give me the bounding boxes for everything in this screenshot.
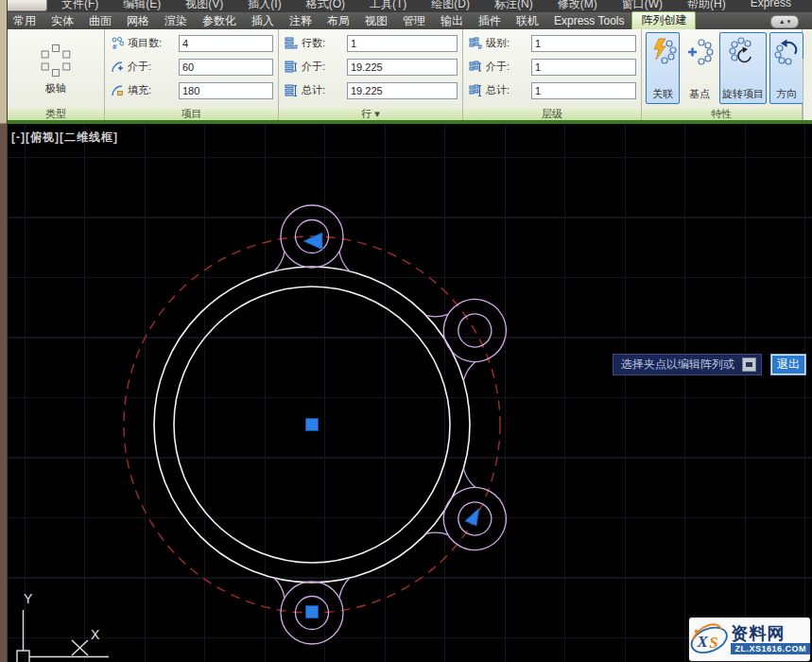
menu-insert[interactable]: 插入(I) — [235, 0, 293, 12]
tab-online[interactable]: 联机 — [509, 13, 546, 29]
panel-type: 极轴 类型 — [8, 29, 105, 120]
level-count-input[interactable] — [531, 35, 636, 52]
panel-properties-label[interactable]: 特性 — [642, 107, 802, 120]
rotate-items-label: 旋转项目 — [722, 87, 764, 101]
item-count-label: 项目数: — [128, 36, 175, 50]
tab-mesh[interactable]: 网格 — [119, 13, 157, 29]
level-between-label: 介于: — [486, 60, 527, 74]
row-count-row: # 行数: — [279, 31, 462, 55]
panel-levels-label[interactable]: 层级 — [463, 107, 641, 120]
tab-array-creation-active[interactable]: 阵列创建 — [631, 11, 696, 29]
level-count-label: 级别: — [486, 36, 527, 50]
svg-text:#: # — [478, 43, 483, 50]
base-point-icon — [685, 37, 714, 65]
rotate-items-button[interactable]: 旋转项目 — [719, 32, 767, 104]
items-count-row: # 项目数: — [105, 31, 278, 55]
watermark-site-url: ZL.XS1616.COM — [731, 643, 810, 654]
angle-fill-icon — [111, 84, 124, 97]
tab-express-tools[interactable]: Express Tools — [546, 13, 631, 29]
menu-draw[interactable]: 绘图(D) — [419, 0, 482, 12]
grip-lower-right-item-arrow[interactable] — [465, 508, 479, 526]
menu-view[interactable]: 视图(V) — [173, 0, 235, 12]
row-between-input[interactable] — [347, 59, 458, 76]
level-total-row: 总计: — [463, 78, 641, 102]
associative-icon — [648, 37, 677, 65]
menu-modify[interactable]: 修改(M) — [545, 0, 610, 12]
watermark-logo-x: X — [696, 633, 708, 651]
window-button[interactable] — [6, 0, 47, 11]
associative-button[interactable]: 关联 — [646, 32, 680, 104]
panel-rows-label[interactable]: 行 ▾ — [279, 107, 462, 120]
prompt-message-box: 选择夹点以编辑阵列或 — [613, 354, 762, 375]
row-between-row: 介于: — [279, 55, 462, 78]
items-fill-label: 填充: — [128, 83, 175, 97]
level-total-label: 总计: — [486, 83, 527, 97]
items-fill-input[interactable] — [179, 82, 273, 99]
row-count-input[interactable] — [347, 35, 458, 52]
tab-insert[interactable]: 插入 — [244, 13, 282, 29]
tab-surface[interactable]: 曲面 — [81, 13, 119, 29]
dynamic-input-icon[interactable] — [742, 357, 756, 372]
grip-center-square[interactable] — [306, 419, 319, 431]
tab-solid[interactable]: 实体 — [43, 13, 81, 29]
level-total-input[interactable] — [531, 82, 636, 99]
menu-format[interactable]: 格式(O) — [294, 0, 357, 12]
level-between-icon — [469, 61, 482, 74]
exit-button[interactable]: 退出 — [771, 355, 805, 375]
tab-view[interactable]: 视图 — [357, 13, 395, 29]
level-count-icon: # — [469, 37, 482, 50]
ribbon-collapse-button[interactable]: ▲ ▾ — [770, 15, 799, 28]
watermark: X S 资料网 ZL.XS1616.COM — [689, 618, 810, 661]
base-point-label: 基点 — [689, 87, 710, 101]
ribbon: 极轴 类型 # 项目数: — [0, 29, 812, 120]
drawing-canvas: Y X — [0, 124, 812, 662]
level-count-row: # 级别: — [463, 31, 641, 55]
menu-file[interactable]: 文件(F) — [49, 0, 111, 12]
rotate-items-icon — [729, 37, 757, 65]
tab-annotate[interactable]: 注释 — [282, 13, 320, 29]
item-count-input[interactable] — [179, 35, 273, 52]
ucs-origin-box — [17, 651, 29, 662]
direction-button[interactable]: 方向 — [769, 32, 803, 104]
menu-edit[interactable]: 编辑(E) — [111, 0, 173, 12]
tab-render[interactable]: 渲染 — [157, 13, 195, 29]
ribbon-tab-bar: 常用 实体 曲面 网格 渲染 参数化 插入 注释 布局 视图 管理 输出 插件 … — [0, 12, 812, 29]
menu-parametric[interactable]: 参数 — [803, 0, 812, 12]
panel-items-label[interactable]: 项目 — [105, 107, 278, 120]
tab-layout[interactable]: 布局 — [320, 13, 357, 29]
watermark-logo-s: S — [709, 634, 717, 652]
menu-express[interactable]: Express — [738, 0, 803, 9]
panel-type-label[interactable]: 类型 — [8, 107, 104, 120]
grip-top-item-arrow[interactable] — [303, 233, 322, 250]
row-total-row: 总计: — [279, 78, 462, 102]
level-between-row: 介于: — [463, 55, 641, 78]
tab-plugins[interactable]: 插件 — [471, 13, 509, 29]
items-between-row: 介于: — [105, 55, 278, 78]
polar-button-label: 极轴 — [45, 81, 66, 96]
menu-dimension[interactable]: 标注(N) — [482, 0, 545, 12]
level-total-icon — [469, 84, 482, 97]
polar-array-type-button[interactable]: 极轴 — [8, 29, 104, 107]
ucs-x-end-cross — [72, 640, 88, 655]
items-between-input[interactable] — [179, 59, 273, 76]
items-between-label: 介于: — [128, 60, 175, 74]
svg-text:#: # — [294, 43, 299, 50]
tab-parametric[interactable]: 参数化 — [195, 13, 244, 29]
row-between-icon — [285, 61, 298, 74]
svg-text:#: # — [112, 43, 117, 50]
row-total-label: 总计: — [302, 83, 343, 97]
menu-tools[interactable]: 工具(T) — [357, 0, 419, 12]
viewport-controls[interactable]: [-][俯视][二维线框] — [11, 130, 118, 146]
tab-manage[interactable]: 管理 — [395, 13, 433, 29]
row-total-input[interactable] — [347, 82, 458, 99]
base-point-button[interactable]: 基点 — [682, 32, 717, 104]
row-count-icon: # — [285, 37, 298, 50]
associative-label: 关联 — [652, 87, 673, 101]
direction-icon — [772, 37, 801, 65]
direction-label: 方向 — [776, 87, 797, 101]
tab-home[interactable]: 常用 — [6, 13, 43, 29]
level-between-input[interactable] — [531, 59, 636, 76]
grip-bottom-item-square[interactable] — [306, 606, 319, 618]
tab-output[interactable]: 输出 — [433, 13, 471, 29]
ucs-y-label: Y — [24, 591, 33, 606]
